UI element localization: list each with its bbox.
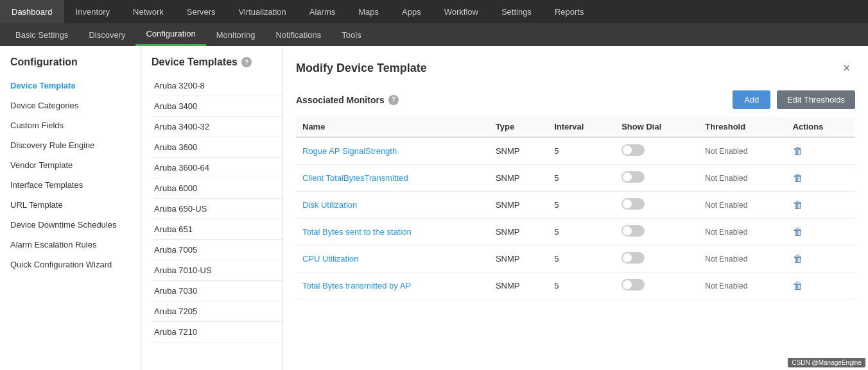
device-templates-heading: Device Templates xyxy=(152,56,238,68)
monitor-threshold-cell: Not Enabled xyxy=(699,192,786,219)
monitor-name-cell: CPU Utilization xyxy=(296,246,489,273)
table-row: Client TotalBytesTransmitted SNMP 5 Not … xyxy=(296,165,855,192)
sidebar-item-custom-fields[interactable]: Custom Fields xyxy=(0,115,141,135)
add-monitor-button[interactable]: Add xyxy=(733,90,770,109)
delete-icon[interactable]: 🗑 xyxy=(793,199,803,210)
monitor-name-cell: Total Bytes sent to the station xyxy=(296,219,489,246)
table-row: CPU Utilization SNMP 5 Not Enabled 🗑 xyxy=(296,246,855,273)
monitors-section-header: Associated Monitors ? Add Edit Threshold… xyxy=(296,90,855,109)
monitor-name-link[interactable]: Total Bytes sent to the station xyxy=(302,227,412,237)
col-threshold: Threshold xyxy=(699,117,786,137)
monitor-type-cell: SNMP xyxy=(489,192,548,219)
modal-panel: Modify Device Template × Associated Moni… xyxy=(282,46,868,370)
col-actions: Actions xyxy=(786,117,855,137)
monitors-heading-text: Associated Monitors xyxy=(296,95,385,105)
threshold-value: Not Enabled xyxy=(705,201,747,210)
sidebar-item-interface-templates[interactable]: Interface Templates xyxy=(0,175,141,195)
close-button[interactable]: × xyxy=(838,59,855,78)
device-list-help-icon[interactable]: ? xyxy=(241,57,252,67)
monitors-help-icon[interactable]: ? xyxy=(388,95,399,105)
nav-item-workflow[interactable]: Workflow xyxy=(433,0,490,23)
table-row: Total Bytes transmitted by AP SNMP 5 Not… xyxy=(296,273,855,299)
monitor-actions-cell: 🗑 xyxy=(786,165,855,192)
monitor-name-link[interactable]: CPU Utilization xyxy=(302,254,358,264)
monitor-interval-cell: 5 xyxy=(548,137,615,165)
monitor-name-cell: Total Bytes transmitted by AP xyxy=(296,273,489,299)
monitor-threshold-cell: Not Enabled xyxy=(699,219,786,246)
monitor-dial-cell xyxy=(615,192,699,219)
subnav-basic-settings[interactable]: Basic Settings xyxy=(5,23,78,46)
col-show-dial: Show Dial xyxy=(615,117,699,137)
modal-header: Modify Device Template × xyxy=(296,59,855,78)
monitors-table-head: Name Type Interval Show Dial Threshold A… xyxy=(296,117,855,137)
monitor-threshold-cell: Not Enabled xyxy=(699,273,786,299)
monitor-name-link[interactable]: Rogue AP SignalStrength xyxy=(302,146,397,156)
delete-icon[interactable]: 🗑 xyxy=(793,280,803,291)
monitor-dial-cell xyxy=(615,219,699,246)
show-dial-toggle[interactable] xyxy=(621,225,645,237)
monitor-actions-cell: 🗑 xyxy=(786,137,855,165)
subnav-monitoring[interactable]: Monitoring xyxy=(206,23,266,46)
monitor-dial-cell xyxy=(615,137,699,165)
watermark: CSDN @ManageEngine xyxy=(788,358,865,367)
monitor-type-cell: SNMP xyxy=(489,219,548,246)
nav-item-inventory[interactable]: Inventory xyxy=(64,0,121,23)
monitors-table: Name Type Interval Show Dial Threshold A… xyxy=(296,117,855,299)
nav-item-reports[interactable]: Reports xyxy=(543,0,596,23)
monitor-dial-cell xyxy=(615,273,699,299)
monitor-type-cell: SNMP xyxy=(489,165,548,192)
monitor-actions-cell: 🗑 xyxy=(786,192,855,219)
edit-thresholds-button[interactable]: Edit Thresholds xyxy=(777,90,855,109)
show-dial-toggle[interactable] xyxy=(621,198,645,210)
sidebar-item-alarm-escalation-rules[interactable]: Alarm Escalation Rules xyxy=(0,235,141,255)
sidebar-title: Configuration xyxy=(0,56,141,76)
nav-item-network[interactable]: Network xyxy=(121,0,175,23)
show-dial-toggle[interactable] xyxy=(621,171,645,183)
delete-icon[interactable]: 🗑 xyxy=(793,253,803,264)
monitor-name-link[interactable]: Client TotalBytesTransmitted xyxy=(302,173,408,183)
show-dial-toggle[interactable] xyxy=(621,144,645,156)
sidebar-item-device-template[interactable]: Device Template xyxy=(0,76,141,96)
monitor-interval-cell: 5 xyxy=(548,165,615,192)
monitors-table-header-row: Name Type Interval Show Dial Threshold A… xyxy=(296,117,855,137)
col-interval: Interval xyxy=(548,117,615,137)
monitor-dial-cell xyxy=(615,246,699,273)
nav-item-maps[interactable]: Maps xyxy=(347,0,390,23)
nav-item-apps[interactable]: Apps xyxy=(390,0,433,23)
show-dial-toggle[interactable] xyxy=(621,252,645,264)
modal-title: Modify Device Template xyxy=(296,62,427,75)
monitor-threshold-cell: Not Enabled xyxy=(699,246,786,273)
delete-icon[interactable]: 🗑 xyxy=(793,146,803,156)
monitor-name-link[interactable]: Disk Utilization xyxy=(302,200,357,210)
sidebar-item-device-categories[interactable]: Device Categories xyxy=(0,96,141,115)
subnav-configuration[interactable]: Configuration xyxy=(135,23,205,46)
sidebar-item-discovery-rule-engine[interactable]: Discovery Rule Engine xyxy=(0,135,141,155)
nav-item-virtualization[interactable]: Virtualization xyxy=(227,0,298,23)
nav-item-dashboard[interactable]: Dashboard xyxy=(0,0,64,23)
monitor-threshold-cell: Not Enabled xyxy=(699,165,786,192)
main-area: Configuration Device Template Device Cat… xyxy=(0,46,868,370)
monitor-interval-cell: 5 xyxy=(548,219,615,246)
sidebar-item-vendor-template[interactable]: Vendor Template xyxy=(0,155,141,175)
delete-icon[interactable]: 🗑 xyxy=(793,172,803,183)
sidebar-item-device-downtime-schedules[interactable]: Device Downtime Schedules xyxy=(0,215,141,235)
nav-item-settings[interactable]: Settings xyxy=(490,0,543,23)
monitor-actions-cell: 🗑 xyxy=(786,246,855,273)
monitor-name-link[interactable]: Total Bytes transmitted by AP xyxy=(302,281,411,290)
sidebar-item-quick-configuration-wizard[interactable]: Quick Configuration Wizard xyxy=(0,255,141,274)
delete-icon[interactable]: 🗑 xyxy=(793,226,803,237)
subnav-notifications[interactable]: Notifications xyxy=(265,23,331,46)
monitor-actions-cell: 🗑 xyxy=(786,273,855,299)
threshold-value: Not Enabled xyxy=(705,282,747,290)
nav-item-servers[interactable]: Servers xyxy=(175,0,227,23)
sidebar: Configuration Device Template Device Cat… xyxy=(0,46,141,370)
threshold-value: Not Enabled xyxy=(705,147,747,156)
show-dial-toggle[interactable] xyxy=(621,279,645,290)
subnav-discovery[interactable]: Discovery xyxy=(78,23,135,46)
monitor-type-cell: SNMP xyxy=(489,137,548,165)
subnav-tools[interactable]: Tools xyxy=(331,23,371,46)
sidebar-item-url-template[interactable]: URL Template xyxy=(0,195,141,215)
monitor-interval-cell: 5 xyxy=(548,246,615,273)
col-name: Name xyxy=(296,117,489,137)
nav-item-alarms[interactable]: Alarms xyxy=(298,0,347,23)
